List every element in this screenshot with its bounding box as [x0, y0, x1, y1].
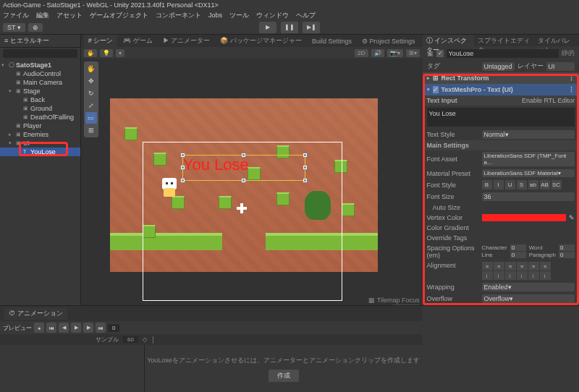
tree-item[interactable]: ▣Player — [0, 122, 80, 130]
align-button[interactable]: ⫶ — [528, 271, 539, 280]
align-button[interactable]: ≡ — [540, 262, 551, 270]
add-event-button[interactable]: │ — [151, 336, 155, 343]
textmeshpro-component[interactable]: ▾✓TextMeshPro - Text (UI)⋮ — [423, 84, 579, 95]
next-frame-button[interactable]: ▶ — [83, 323, 93, 333]
scene-toolbar-item[interactable]: 🖐 — [84, 49, 97, 57]
font-asset-field[interactable]: LiberationSans SDF (TMP_Font a… — [482, 152, 575, 166]
align-button[interactable]: ⫶ — [540, 271, 551, 280]
play-button[interactable]: ▶ — [259, 22, 276, 33]
align-button[interactable]: ⫶ — [482, 271, 493, 280]
sample-input[interactable]: 60 — [123, 336, 138, 343]
smallcaps-toggle[interactable]: SC — [551, 180, 562, 189]
tree-item[interactable]: ▣Back — [0, 95, 80, 104]
handtool-icon[interactable]: 🖐 — [85, 63, 97, 74]
tab-project-settings[interactable]: ⚙ Project Settings — [358, 36, 420, 46]
vertex-color-swatch[interactable] — [482, 214, 566, 221]
lowercase-toggle[interactable]: ab — [528, 180, 538, 189]
record-button[interactable]: ● — [34, 323, 44, 333]
italic-toggle[interactable]: I — [494, 180, 504, 189]
menu-window[interactable]: ウィンドウ — [256, 11, 289, 20]
spacing-line-input[interactable]: 0 — [510, 252, 526, 258]
animation-tab[interactable]: ⏱ アニメーション — [4, 307, 67, 320]
spacing-char-input[interactable]: 0 — [510, 244, 526, 251]
material-preset-dropdown[interactable]: LiberationSans SDF Material ▾ — [482, 169, 575, 177]
menu-file[interactable]: ファイル — [3, 11, 29, 20]
tab-sprite-editor[interactable]: スプライトエディター — [474, 35, 535, 46]
tab-animator[interactable]: ▶ アニメーター — [159, 35, 215, 47]
menu-jobs[interactable]: Jobs — [208, 12, 222, 19]
tab-package-manager[interactable]: 📦 パッケージマネージャー — [216, 35, 306, 47]
uppercase-toggle[interactable]: AB — [540, 180, 550, 189]
preview-toggle[interactable]: プレビュー — [3, 324, 32, 332]
tree-item[interactable]: ▣Ground — [0, 104, 80, 113]
menu-assets[interactable]: アセット — [56, 11, 83, 20]
scene-viewport[interactable]: 🖐 ✥ ↻ ⤢ ▭ ⊞ — [81, 59, 423, 305]
active-checkbox[interactable]: ✓ — [436, 50, 444, 57]
align-button[interactable]: ⫶ — [505, 271, 516, 280]
align-button[interactable]: ≡ — [505, 262, 516, 270]
align-button[interactable]: ⫶ — [494, 271, 504, 280]
frame-input[interactable]: 0 — [108, 324, 119, 332]
wrapping-dropdown[interactable]: Enabled ▾ — [482, 283, 575, 291]
rect-transform-component[interactable]: ▸⊞ Rect Transform⋮ — [423, 72, 579, 84]
transformtool-icon[interactable]: ⊞ — [85, 124, 97, 136]
scene-toolbar-item[interactable]: 💡 — [100, 49, 113, 57]
overflow-dropdown[interactable]: Overflow ▾ — [482, 294, 575, 303]
scene-toolbar-item[interactable]: 🔊 — [371, 49, 384, 57]
text-style-dropdown[interactable]: Normal ▾ — [482, 130, 575, 139]
tree-item[interactable]: ▣DeathOfFalling — [0, 113, 80, 122]
tree-item[interactable]: ▸▣Enemies — [0, 130, 80, 139]
text-input-textarea[interactable]: You Lose — [427, 108, 575, 127]
underline-toggle[interactable]: U — [505, 180, 515, 189]
spacing-para-input[interactable]: 0 — [559, 252, 575, 258]
add-key-button[interactable]: ◇ — [143, 336, 147, 343]
bold-toggle[interactable]: B — [482, 180, 492, 189]
tree-item[interactable]: ▣Main Camera — [0, 78, 80, 87]
align-button[interactable]: ≡ — [494, 262, 504, 270]
menu-tools[interactable]: ツール — [229, 11, 249, 20]
scene-toolbar-2d[interactable]: 2D — [355, 49, 368, 57]
tab-scene[interactable]: # シーン — [84, 35, 118, 47]
tree-item-youlose[interactable]: TYouLose — [0, 148, 80, 156]
focus-dropdown[interactable]: なし ▾ — [392, 304, 420, 305]
create-animation-button[interactable]: 作成 — [269, 370, 299, 382]
prev-frame-button[interactable]: ◀ — [59, 323, 69, 333]
cloud-button[interactable]: ⊕ — [28, 23, 43, 32]
tab-tile-palette[interactable]: タイルパレット — [534, 35, 579, 46]
tab-inspector[interactable]: ⓘ インスペクター — [423, 35, 474, 46]
menu-edit[interactable]: 編集 — [36, 11, 49, 20]
recttool-icon[interactable]: ▭ — [85, 112, 97, 124]
play-anim-button[interactable]: ▶ — [71, 323, 81, 333]
menu-component[interactable]: コンポーネント — [156, 11, 201, 20]
scene-toolbar-item[interactable]: ▾ — [116, 49, 124, 57]
menu-gameobject[interactable]: ゲームオブジェクト — [90, 11, 148, 20]
tab-build-settings[interactable]: Build Settings — [308, 36, 356, 46]
eyedropper-icon[interactable]: ✎ — [569, 214, 575, 221]
font-size-input[interactable]: 36 — [482, 192, 575, 201]
first-frame-button[interactable]: ⏮ — [46, 323, 56, 333]
text-selection-rect[interactable]: You Lose — [182, 155, 305, 181]
menu-help[interactable]: ヘルプ — [296, 11, 316, 20]
align-button[interactable]: ≡ — [482, 262, 493, 270]
tag-dropdown[interactable]: Untagged — [482, 62, 515, 71]
step-button[interactable]: ▶❚ — [303, 22, 320, 33]
pause-button[interactable]: ❚❚ — [281, 22, 298, 33]
tree-item[interactable]: ▾▣UI — [0, 139, 80, 148]
scene-root[interactable]: ▾⎔ SatoStage1 — [0, 61, 80, 69]
static-label[interactable]: 静的 — [562, 48, 575, 58]
hierarchy-search-input[interactable] — [3, 49, 77, 58]
account-dropdown[interactable]: ST ▾ — [3, 23, 25, 32]
align-button[interactable]: ≡ — [528, 262, 539, 270]
scene-toolbar-item[interactable]: 📷▾ — [387, 49, 403, 57]
tree-item[interactable]: ▣AudioControl — [0, 69, 80, 78]
align-button[interactable]: ≡ — [517, 262, 528, 270]
align-button[interactable]: ⫶ — [517, 271, 528, 280]
spacing-word-input[interactable]: 0 — [559, 244, 575, 251]
scene-toolbar-item[interactable]: ⊞▾ — [406, 49, 420, 57]
layer-dropdown[interactable]: UI — [546, 62, 575, 71]
movetool-icon[interactable]: ✥ — [85, 75, 97, 87]
hierarchy-tab[interactable]: ≡ ヒエラルキー — [0, 35, 80, 48]
rotatetool-icon[interactable]: ↻ — [85, 88, 97, 99]
scaletool-icon[interactable]: ⤢ — [85, 100, 97, 111]
tab-game[interactable]: 🎮 ゲーム — [119, 35, 157, 47]
